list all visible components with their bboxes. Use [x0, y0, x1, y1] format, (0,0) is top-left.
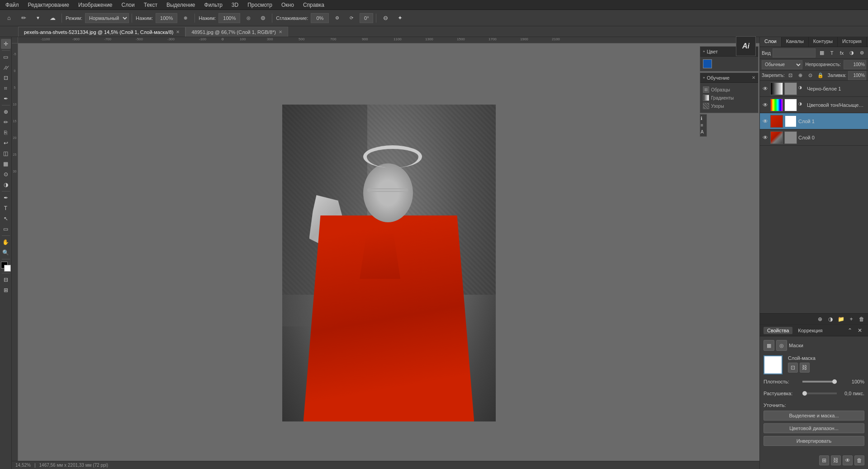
tab-layers[interactable]: Слои	[760, 37, 782, 47]
float-learn-header[interactable]: » Обучение ✕	[700, 73, 758, 83]
delete-layer-btn[interactable]: 🗑	[857, 315, 866, 323]
pressure-button[interactable]: ⊕	[179, 12, 192, 24]
props-close-btn[interactable]: ✕	[855, 326, 864, 335]
props-grid-icon[interactable]: ⊞	[819, 455, 829, 465]
menu-edit[interactable]: Редактирование	[26, 1, 71, 9]
layers-search-input[interactable]	[773, 48, 816, 57]
float-panel-collapse[interactable]: »	[703, 49, 705, 53]
lock-all-btn[interactable]: 🔒	[816, 72, 825, 80]
lock-pos-btn[interactable]: ⊕	[797, 72, 805, 80]
layer-row-0[interactable]: 👁 Слой 0	[760, 129, 868, 146]
clone-tool[interactable]: ⎘	[1, 128, 11, 138]
angle-input[interactable]	[360, 13, 373, 23]
brush-tool[interactable]: ✏	[1, 117, 11, 127]
blend-mode-select[interactable]: Нормальный	[85, 13, 129, 23]
layer-eye-1[interactable]: 👁	[762, 118, 769, 125]
add-mask-btn[interactable]: ◑	[826, 315, 835, 323]
symmetry-button[interactable]: ⊖	[379, 12, 392, 24]
props-eye-icon[interactable]: 👁	[843, 455, 853, 465]
eraser-tool[interactable]: ◫	[1, 148, 11, 158]
history-brush-tool[interactable]: ↩	[1, 138, 11, 148]
path-select-tool[interactable]: ↖	[1, 214, 11, 224]
quick-select-tool[interactable]: ⊡	[1, 73, 11, 83]
eyedropper-tool[interactable]: ✒	[1, 94, 11, 104]
blur-tool[interactable]: ⊙	[1, 169, 11, 179]
add-group-btn[interactable]: 📁	[836, 315, 845, 323]
background-color[interactable]	[4, 265, 11, 272]
props-tab-correction[interactable]: Коррекция	[794, 327, 826, 334]
invert-btn[interactable]: Инвертировать	[764, 436, 864, 446]
mask-link-btn[interactable]: ⛓	[800, 363, 810, 373]
lasso-tool[interactable]: ⌭	[1, 62, 11, 72]
lock-pixel-btn[interactable]: ⊡	[787, 72, 795, 80]
float-patterns-item[interactable]: Узоры	[703, 102, 755, 110]
props-vector-icon[interactable]: ◎	[776, 340, 787, 351]
layers-icon-pixel[interactable]: ▦	[817, 48, 826, 57]
spot-heal-tool[interactable]: ⊕	[1, 107, 11, 117]
menu-text[interactable]: Текст	[142, 1, 159, 9]
blend-mode-dropdown[interactable]: Обычные	[762, 60, 802, 69]
float-samples-item[interactable]: ⊞ Образцы	[703, 86, 755, 94]
float-gradients-item[interactable]: Градиенты	[703, 94, 755, 102]
add-layer-btn[interactable]: +	[847, 315, 856, 323]
layer-row-1[interactable]: 👁 Слой 1	[760, 113, 868, 129]
menu-select[interactable]: Выделение	[165, 1, 197, 9]
hand-tool[interactable]: ✋	[1, 237, 11, 247]
add-adjustment-btn[interactable]: ⊕	[816, 315, 825, 323]
menu-image[interactable]: Изображение	[76, 1, 114, 9]
props-delete-icon[interactable]: 🗑	[854, 455, 864, 465]
mask-apply-btn[interactable]: ⊡	[788, 363, 798, 373]
tab-active[interactable]: pexels-anna-shvets-5231334.jpg @ 14,5% (…	[18, 27, 185, 37]
screen-mode-tool[interactable]: ⊞	[1, 285, 11, 295]
float-panel2-collapse[interactable]: »	[703, 76, 705, 80]
gradient-tool[interactable]: ▦	[1, 159, 11, 169]
color-swatch-fg[interactable]	[703, 59, 712, 68]
mask-preview-thumb[interactable]	[764, 355, 783, 374]
tab-channels[interactable]: Каналы	[782, 37, 809, 47]
move-tool[interactable]: ✛	[1, 39, 11, 49]
density-handle[interactable]	[832, 379, 837, 384]
smoothing-input[interactable]	[311, 13, 329, 23]
float-learn-close[interactable]: ✕	[752, 75, 755, 80]
layers-icon-type[interactable]: T	[827, 48, 836, 57]
layers-icon-mask[interactable]: ◑	[847, 48, 856, 57]
menu-view[interactable]: Просмотр	[246, 1, 274, 9]
menu-file[interactable]: Файл	[4, 1, 21, 9]
menu-filter[interactable]: Фильтр	[203, 1, 224, 9]
flow-pressure-button[interactable]: ◎	[242, 12, 255, 24]
layers-icon-smart[interactable]: ⊛	[857, 48, 866, 57]
layer-eye-bw[interactable]: 👁	[762, 85, 769, 92]
layer-eye-hue[interactable]: 👁	[762, 101, 769, 109]
menu-layers[interactable]: Слои	[120, 1, 137, 9]
brush-preset-button[interactable]: ☁	[46, 12, 59, 24]
smoothing-settings-button[interactable]: ⚙	[331, 12, 343, 24]
menu-3d[interactable]: 3D	[230, 1, 240, 9]
opacity-value[interactable]	[844, 60, 866, 69]
pen-tool[interactable]: ✒	[1, 193, 11, 203]
airbrush-button[interactable]: ⊚	[256, 12, 269, 24]
lock-artboard-btn[interactable]: ⊙	[806, 72, 815, 80]
shape-tool[interactable]: ▭	[1, 224, 11, 234]
tab-inactive-close[interactable]: ✕	[279, 29, 282, 34]
opacity-input[interactable]	[156, 13, 177, 23]
tab-active-close[interactable]: ✕	[176, 29, 180, 34]
fill-value[interactable]	[848, 71, 866, 80]
info-icon-3[interactable]: A	[701, 129, 706, 135]
symmetry2-button[interactable]: ✦	[394, 12, 406, 24]
tab-contours[interactable]: Контуры	[809, 37, 838, 47]
home-button[interactable]: ⌂	[3, 12, 15, 24]
info-icon-1[interactable]: ℹ	[701, 116, 706, 121]
canvas-viewport[interactable]	[18, 43, 759, 469]
marquee-tool[interactable]: ▭	[1, 52, 11, 62]
tab-inactive[interactable]: 48951.jpg @ 66,7% (Слой 1, RGB/8*) ✕	[185, 27, 288, 37]
props-collapse-btn[interactable]: ⌃	[845, 326, 854, 335]
feather-slider[interactable]	[802, 392, 837, 394]
brush-settings-button[interactable]: ▼	[32, 12, 44, 24]
brush-button[interactable]: ✏	[17, 12, 30, 24]
angle-button[interactable]: ⟳	[345, 12, 358, 24]
quick-mask-tool[interactable]: ⊟	[1, 275, 11, 285]
layer-eye-0[interactable]: 👁	[762, 134, 769, 141]
menu-window[interactable]: Окно	[280, 1, 296, 9]
props-tab-properties[interactable]: Свойства	[764, 327, 792, 334]
props-pixel-icon[interactable]: ▦	[764, 340, 774, 351]
